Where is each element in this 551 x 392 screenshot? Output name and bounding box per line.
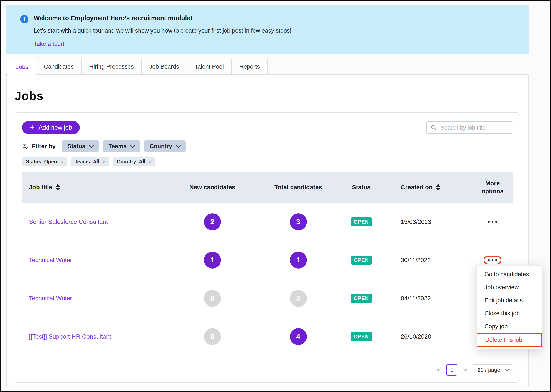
new-candidates-count: 2: [204, 213, 221, 230]
page-size-value: 20 / page: [478, 367, 500, 373]
column-header-label: Job title: [29, 184, 52, 191]
tab-talent-pool[interactable]: Talent Pool: [186, 59, 232, 75]
menu-item-close-this-job[interactable]: Close this job: [477, 307, 542, 320]
banner-title: Welcome to Employment Hero’s recruitment…: [34, 14, 291, 22]
job-title-cell: [[Test]] Support HR Consultant: [22, 333, 171, 340]
filter-dropdown-country[interactable]: Country: [144, 140, 186, 152]
tab-hiring-processes[interactable]: Hiring Processes: [81, 59, 142, 75]
menu-item-job-overview[interactable]: Job overview: [477, 281, 542, 294]
job-title-link[interactable]: Technical Writer: [29, 295, 72, 302]
total-candidates-count: 4: [290, 328, 307, 345]
sort-down-icon: [56, 188, 60, 190]
column-header-total-candidates: Total candidates: [254, 184, 342, 191]
column-header-job-title[interactable]: Job title: [22, 184, 171, 191]
chevron-down-icon: [130, 143, 135, 148]
dot: [488, 259, 490, 261]
sort-icon[interactable]: [436, 184, 440, 190]
close-icon[interactable]: ✕: [60, 159, 64, 164]
column-header-label: Status: [352, 184, 371, 191]
prev-page-button[interactable]: [437, 367, 441, 373]
dot: [492, 259, 493, 261]
new-candidates-count: 0: [204, 328, 221, 345]
filter-dropdown-status[interactable]: Status: [62, 140, 99, 152]
tab-jobs[interactable]: Jobs: [8, 59, 36, 75]
filter-by-label: Filter by: [32, 143, 56, 150]
created-on-date: 30/11/2022: [401, 257, 431, 264]
welcome-banner: Welcome to Employment Hero’s recruitment…: [6, 5, 529, 54]
table-body: Senior Salesforce Consultant23OPEN15/03/…: [22, 203, 513, 356]
more-options-button[interactable]: [484, 217, 501, 226]
add-new-job-button[interactable]: + Add new job: [22, 121, 80, 134]
new-candidates-cell: 2: [171, 213, 254, 230]
close-icon[interactable]: ✕: [102, 159, 106, 164]
chevron-down-icon: [505, 368, 509, 371]
job-title-cell: Technical Writer: [22, 295, 171, 302]
close-icon[interactable]: ✕: [148, 159, 152, 164]
table-header: Job titleNew candidatesTotal candidatesS…: [22, 172, 513, 203]
tab-job-boards[interactable]: Job Boards: [141, 59, 187, 75]
status-badge: OPEN: [351, 256, 372, 265]
column-header-more-options: More options: [471, 180, 514, 195]
total-candidates-cell: 1: [254, 252, 342, 269]
created-on-date: 15/03/2023: [401, 218, 431, 225]
search-input[interactable]: [440, 124, 509, 131]
status-cell: OPEN: [342, 217, 380, 226]
status-cell: OPEN: [342, 332, 380, 341]
banner-subtitle: Let’s start with a quick tour and we wil…: [34, 27, 291, 34]
sort-icon[interactable]: [56, 184, 60, 190]
filter-dropdowns: StatusTeamsCountry: [62, 140, 186, 152]
tab-candidates[interactable]: Candidates: [36, 59, 82, 75]
sort-down-icon: [436, 188, 440, 190]
tab-reports[interactable]: Reports: [231, 59, 268, 75]
filter-chip-label: Teams: All: [75, 159, 99, 165]
take-a-tour-link[interactable]: Take a tour!: [34, 41, 64, 47]
filter-dropdown-teams[interactable]: Teams: [103, 140, 140, 152]
created-on-date: 26/10/2020: [401, 333, 431, 340]
menu-item-go-to-candidates[interactable]: Go to candidates: [477, 268, 542, 281]
filter-icon: [22, 143, 29, 150]
add-new-job-label: Add new job: [38, 124, 72, 131]
table-row: Technical Writer11OPEN30/11/2022: [22, 241, 513, 279]
job-title-link[interactable]: Senior Salesforce Consultant: [29, 218, 108, 225]
more-options-icon: [488, 221, 497, 223]
new-candidates-count: 1: [204, 252, 221, 269]
current-page-indicator[interactable]: 1: [446, 364, 458, 376]
sort-up-icon: [436, 184, 440, 187]
search-box[interactable]: [426, 121, 513, 134]
more-options-cell: [471, 256, 514, 265]
column-header-created-on[interactable]: Created on: [380, 184, 471, 191]
search-icon: [430, 124, 437, 131]
job-title-link[interactable]: [[Test]] Support HR Consultant: [29, 333, 111, 340]
new-candidates-cell: 0: [171, 328, 254, 345]
filter-chip-label: Status: Open: [26, 159, 57, 165]
filter-chip-status-open: Status: Open✕: [22, 157, 67, 166]
filter-chip-label: Country: All: [117, 159, 145, 165]
card-toolbar: + Add new job: [22, 121, 513, 134]
table-row: Senior Salesforce Consultant23OPEN15/03/…: [22, 203, 513, 241]
more-options-button[interactable]: [484, 256, 501, 265]
info-icon: [20, 15, 29, 23]
menu-item-copy-job[interactable]: Copy job: [477, 320, 542, 333]
page-title: Jobs: [14, 89, 528, 103]
status-badge: OPEN: [351, 217, 372, 226]
jobs-card: + Add new job Filter by: [14, 112, 520, 383]
menu-item-edit-job-details[interactable]: Edit job details: [477, 294, 542, 307]
column-header-status: Status: [342, 184, 380, 191]
job-title-link[interactable]: Technical Writer: [29, 257, 72, 264]
total-candidates-cell: 4: [254, 328, 342, 345]
column-header-label: Total candidates: [274, 184, 322, 191]
plus-icon: +: [30, 123, 35, 131]
menu-item-delete-this-job[interactable]: Delete this job: [477, 333, 542, 347]
pagination: 1 20 / page: [22, 364, 513, 376]
more-options-icon: [488, 259, 497, 261]
dot: [488, 221, 490, 223]
filter-dropdown-label: Teams: [108, 143, 127, 150]
page-size-select[interactable]: 20 / page: [473, 364, 513, 376]
filter-dropdown-label: Status: [67, 143, 86, 150]
status-badge: OPEN: [351, 294, 372, 303]
column-header-new-candidates: New candidates: [171, 184, 254, 191]
dot: [495, 221, 497, 223]
created-on-cell: 26/10/2020: [380, 333, 471, 340]
welcome-banner-text: Welcome to Employment Hero’s recruitment…: [34, 14, 291, 54]
next-page-button[interactable]: [463, 367, 467, 373]
